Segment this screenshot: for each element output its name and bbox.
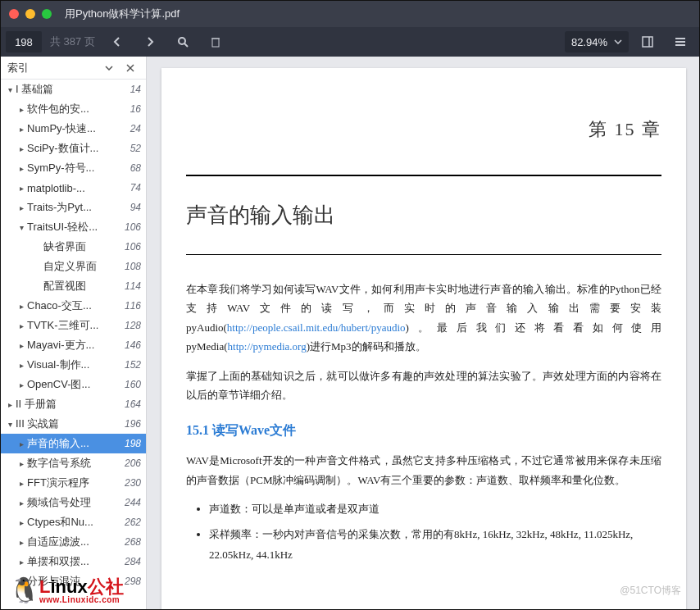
outline-item[interactable]: 缺省界面106 xyxy=(1,237,146,257)
outline-page: 244 xyxy=(125,497,141,508)
outline-label: 软件包的安... xyxy=(27,102,130,116)
outline-item[interactable]: ▸单摆和双摆...284 xyxy=(1,552,146,571)
outline-page: 284 xyxy=(125,556,141,567)
outline-label: 自定义界面 xyxy=(43,259,125,274)
next-page-button[interactable] xyxy=(136,30,164,53)
chevron-down-icon: ▾ xyxy=(16,223,27,232)
pdf-page: 第 15 章 声音的输入输出 在本章我们将学习如何读写WAV文件，如何利用声卡实… xyxy=(161,68,686,609)
zoom-dropdown[interactable]: 82.94% xyxy=(565,31,629,52)
section-title: 15.1 读写Wave文件 xyxy=(186,422,661,439)
sidebar-header: 索引 xyxy=(1,57,146,80)
outline-item[interactable]: ▸自适应滤波...268 xyxy=(1,532,146,552)
chevron-right-icon: ▸ xyxy=(16,144,27,153)
chevron-right-icon: ▸ xyxy=(16,203,27,212)
sidebar-options-button[interactable] xyxy=(100,59,118,77)
divider-thin xyxy=(186,254,661,255)
svg-rect-4 xyxy=(643,37,652,47)
paragraph-intro: 在本章我们将学习如何读写WAV文件，如何利用声卡实时地进行声音的输入输出。标准的… xyxy=(186,280,661,357)
window-maximize-button[interactable] xyxy=(42,9,52,19)
chevron-down-icon: ▾ xyxy=(4,85,16,94)
outline-item[interactable]: ▾III 实战篇196 xyxy=(1,414,146,434)
outline-label: 数字信号系统 xyxy=(27,456,125,471)
outline-label: Visual-制作... xyxy=(27,357,125,372)
svg-rect-2 xyxy=(212,39,219,47)
divider-thick xyxy=(186,175,661,176)
trash-button[interactable] xyxy=(202,30,230,53)
outline-tree[interactable]: ▾I 基础篇14▸软件包的安...16▸NumPy-快速...24▸SciPy-… xyxy=(1,80,146,609)
page-number-input[interactable] xyxy=(6,31,42,52)
chevron-right-icon: ▸ xyxy=(16,321,27,330)
document-viewport[interactable]: 第 15 章 声音的输入输出 在本章我们将学习如何读写WAV文件，如何利用声卡实… xyxy=(147,57,699,609)
paragraph-wav: WAV是Microsoft开发的一种声音文件格式，虽然它支持多种压缩格式，不过它… xyxy=(186,451,661,489)
outline-page: 16 xyxy=(130,103,141,115)
sidebar-title: 索引 xyxy=(7,61,97,75)
outline-page: 14 xyxy=(130,84,141,95)
outline-item[interactable]: ▾I 基础篇14 xyxy=(1,80,146,99)
outline-label: 频域信号处理 xyxy=(27,495,125,510)
search-button[interactable] xyxy=(169,30,197,53)
outline-page: 114 xyxy=(125,280,141,292)
sidebar-close-button[interactable] xyxy=(121,59,139,77)
outline-page: 268 xyxy=(125,536,141,548)
outline-page: 74 xyxy=(130,182,141,193)
outline-label: Traits-为Pyt... xyxy=(27,200,130,215)
outline-item[interactable]: ▸SymPy-符号...68 xyxy=(1,158,146,178)
chevron-down-icon xyxy=(614,39,622,44)
outline-item[interactable]: ▸Visual-制作...152 xyxy=(1,355,146,375)
chevron-right-icon: ▸ xyxy=(16,105,27,114)
outline-item[interactable]: ▸Ctypes和Nu...262 xyxy=(1,512,146,532)
outline-item[interactable]: ▸软件包的安...16 xyxy=(1,99,146,119)
outline-item[interactable]: ▸FFT演示程序230 xyxy=(1,473,146,493)
outline-label: OpenCV-图... xyxy=(27,377,125,392)
outline-page: 106 xyxy=(125,221,141,233)
outline-item[interactable]: ▸SciPy-数值计...52 xyxy=(1,139,146,158)
chevron-right-icon: ▸ xyxy=(16,498,27,508)
outline-item[interactable]: 配置视图114 xyxy=(1,276,146,296)
outline-item[interactable]: ▸matplotlib-...74 xyxy=(1,178,146,198)
outline-item[interactable]: 自定义界面108 xyxy=(1,257,146,276)
view-mode-button[interactable] xyxy=(634,30,661,53)
outline-label: Mayavi-更方... xyxy=(27,338,125,353)
window-minimize-button[interactable] xyxy=(25,9,35,19)
window-title: 用Python做科学计算.pdf xyxy=(65,7,180,21)
chevron-right-icon: ▸ xyxy=(16,459,27,468)
outline-page: 160 xyxy=(125,379,141,390)
link-pymedia[interactable]: http://pymedia.org xyxy=(228,340,307,353)
link-pyaudio[interactable]: http://people.csail.mit.edu/hubert/pyaud… xyxy=(227,321,406,334)
outline-item[interactable]: ▸Traits-为Pyt...94 xyxy=(1,198,146,217)
outline-label: 声音的输入... xyxy=(27,436,125,451)
chevron-right-icon: ▸ xyxy=(16,439,27,448)
chevron-right-icon: ▸ xyxy=(16,184,27,193)
paragraph-summary: 掌握了上面的基础知识之后，就可以做许多有趣的声效处理的算法实验了。声效处理方面的… xyxy=(186,366,661,405)
outline-item[interactable]: ▸分形与混沌298 xyxy=(1,571,146,591)
chapter-label: 第 15 章 xyxy=(186,117,661,142)
outline-item[interactable]: ▸数字信号系统206 xyxy=(1,453,146,473)
outline-page: 68 xyxy=(130,162,141,174)
chevron-right-icon: ▸ xyxy=(16,380,27,389)
outline-item[interactable]: ▾TraitsUI-轻松...106 xyxy=(1,217,146,237)
outline-page: 164 xyxy=(125,398,141,410)
outline-item[interactable]: ▸Chaco-交互...116 xyxy=(1,296,146,316)
outline-label: Ctypes和Nu... xyxy=(27,515,125,530)
outline-page: 230 xyxy=(125,477,141,489)
menu-button[interactable] xyxy=(666,30,694,53)
outline-item[interactable]: ▸TVTK-三维可...128 xyxy=(1,316,146,335)
outline-item[interactable]: ▸Mayavi-更方...146 xyxy=(1,335,146,355)
outline-label: Chaco-交互... xyxy=(27,298,125,313)
chevron-right-icon: ▸ xyxy=(16,538,27,547)
prev-page-button[interactable] xyxy=(103,30,131,53)
window-close-button[interactable] xyxy=(9,9,19,19)
sidebar: 索引 ▾I 基础篇14▸软件包的安...16▸NumPy-快速...24▸Sci… xyxy=(1,57,147,609)
outline-item[interactable]: ▸声音的输入...198 xyxy=(1,434,146,453)
outline-page: 24 xyxy=(130,123,141,134)
outline-label: NumPy-快速... xyxy=(27,121,130,136)
titlebar: 用Python做科学计算.pdf xyxy=(1,1,699,27)
toolbar: 共 387 页 82.94% xyxy=(1,27,699,57)
outline-label: III 实战篇 xyxy=(16,417,125,431)
outline-item[interactable]: ▸OpenCV-图...160 xyxy=(1,375,146,394)
outline-item[interactable]: ▸NumPy-快速...24 xyxy=(1,119,146,139)
outline-page: 106 xyxy=(125,241,141,253)
outline-item[interactable]: ▸II 手册篇164 xyxy=(1,394,146,414)
outline-item[interactable]: ▸频域信号处理244 xyxy=(1,493,146,512)
page-total-label: 共 387 页 xyxy=(47,34,98,49)
